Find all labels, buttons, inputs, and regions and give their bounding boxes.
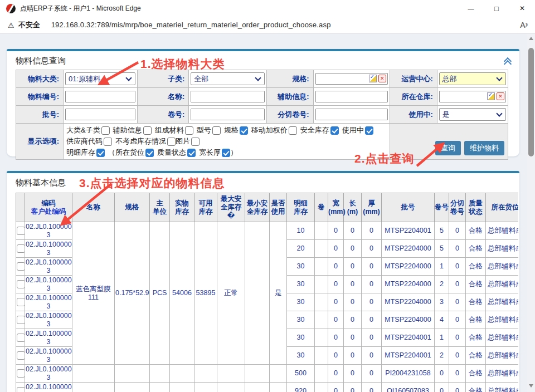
clear-icon[interactable] (378, 75, 386, 82)
maintain-material-button[interactable]: 维护物料 (464, 141, 504, 155)
query-form: 物料大类: 01:原辅料 子类: 全部 规格: 运营中心: 总部 物料编号: 名… (16, 70, 508, 160)
row-checkbox[interactable] (17, 244, 25, 253)
page-scrollbar[interactable] (527, 33, 535, 392)
minimize-button[interactable] (458, 0, 484, 17)
table-row[interactable]: 02.JL0.1000003 920000OI16050708300合格总部辅料… (16, 383, 519, 392)
material-spec: 0.175*52.9 (115, 222, 150, 365)
clear-icon[interactable] (497, 92, 504, 100)
roll-no-label: 卷号: (138, 106, 189, 124)
operation-center-label: 运营中心: (390, 70, 437, 88)
min-safe-stock (245, 222, 270, 365)
operation-center-select[interactable]: 总部 (439, 72, 506, 85)
table-row[interactable]: 02.JL0.1000003 蓝色离型膜111 0.175*52.9 PCS 5… (16, 222, 519, 240)
aux-info-input[interactable] (315, 91, 388, 102)
chevron-down-icon (496, 75, 502, 81)
collapse-panel-icon[interactable] (505, 58, 510, 64)
option-checkbox[interactable] (104, 138, 112, 146)
max-safe-stock: 正常 (217, 222, 245, 365)
chevron-down-icon (496, 110, 502, 116)
results-table: 编码客户处编码 名称 规格 主单位 实物库存 可用库存 最大安全库存� 最小安全… (16, 193, 518, 392)
scroll-up-icon[interactable] (529, 37, 533, 40)
chevron-down-icon (255, 75, 261, 81)
in-use-select[interactable]: 是 (439, 108, 506, 121)
option-checkbox[interactable] (222, 149, 230, 157)
row-checkbox[interactable] (17, 316, 25, 324)
material-no-input[interactable] (65, 91, 135, 102)
warning-triangle-icon (0, 20, 18, 30)
url-text[interactable]: 192.168.0.32:789/mis/mrp/boe_materiel_re… (51, 21, 331, 29)
annotation-step3: 3.点击选择对应的物料信息 (79, 175, 225, 191)
window-titlebar: 点晴ERP子系统 - 用户1 - Microsoft Edge (0, 0, 535, 17)
window-controls (458, 0, 535, 17)
annotation-step1: 1.选择物料大类 (140, 56, 225, 72)
roll-no-input[interactable] (191, 109, 265, 120)
subcategory-select[interactable]: 全部 (191, 72, 265, 85)
query-button[interactable]: 查询 (435, 141, 461, 155)
option-checkbox[interactable] (365, 126, 373, 135)
physical-stock: 54006 (170, 222, 194, 365)
read-aloud-icon[interactable]: A (520, 21, 527, 30)
option-checkbox[interactable] (145, 149, 154, 157)
scroll-down-icon[interactable] (529, 384, 533, 388)
in-use-flag: 是 (270, 222, 287, 365)
window-title: 点晴ERP子系统 - 用户1 - Microsoft Edge (20, 4, 141, 13)
option-checkbox[interactable] (187, 149, 196, 157)
in-use-label: 使用中: (390, 106, 437, 124)
material-category-label: 物料大类: (16, 70, 64, 88)
row-checkbox[interactable] (17, 280, 25, 288)
option-checkbox[interactable] (96, 149, 105, 157)
display-options: 大类&子类辅助信息组成材料型号规格移动加权价安全库存使用中供应商代码不考虑库存情… (64, 124, 390, 160)
split-roll-input[interactable] (315, 109, 388, 120)
table-row[interactable]: 02.JL0.1000003 500000PI200423105800合格总部辅… (16, 365, 519, 383)
query-panel-title: 物料信息查询 (16, 56, 66, 66)
scrollbar-thumb[interactable] (528, 48, 534, 156)
results-table-wrap: 编码客户处编码 名称 规格 主单位 实物库存 可用库存 最大安全库存� 最小安全… (16, 193, 518, 392)
row-checkbox[interactable] (17, 227, 25, 235)
maximize-button[interactable] (484, 0, 509, 17)
split-roll-label: 分切卷号: (267, 106, 313, 124)
material-name: 蓝色离型膜111 (72, 222, 115, 365)
batch-label: 批号: (16, 106, 64, 124)
row-checkbox[interactable] (17, 262, 25, 271)
option-checkbox[interactable] (240, 126, 248, 135)
address-bar[interactable]: 不安全 192.168.0.32:789/mis/mrp/boe_materie… (0, 17, 535, 33)
spec-label: 规格: (267, 70, 313, 88)
material-category-select[interactable]: 01:原辅料 (65, 72, 135, 85)
annotation-step2: 2.点击查询 (354, 151, 415, 166)
picker-icon[interactable] (369, 75, 377, 82)
option-checkbox[interactable] (212, 126, 221, 135)
row-checkbox[interactable] (17, 369, 25, 378)
aux-info-label: 辅助信息: (267, 88, 313, 106)
chevron-down-icon (126, 75, 132, 81)
results-panel-title: 物料基本信息 (16, 178, 66, 188)
app-favicon-icon (6, 4, 16, 13)
subcategory-label: 子类: (138, 70, 189, 88)
close-button[interactable] (509, 0, 535, 17)
row-checkbox[interactable] (17, 387, 25, 392)
option-checkbox[interactable] (191, 138, 200, 146)
customer-code-header: 客户处编码 (25, 208, 72, 216)
option-checkbox[interactable] (185, 126, 193, 135)
option-checkbox[interactable] (330, 126, 339, 135)
name-input[interactable] (191, 91, 265, 102)
name-label: 名称: (138, 88, 189, 106)
material-no-label: 物料编号: (16, 88, 64, 106)
results-panel: 物料基本信息 编码客户处编码 名称 规格 主单位 实物库存 可用库存 最大安全库… (7, 171, 519, 392)
picker-icon[interactable] (487, 92, 495, 100)
security-label: 不安全 (18, 20, 40, 30)
query-panel: 物料信息查询 物料大类: 01:原辅料 子类: 全部 规格: 运营中心: 总部 … (7, 49, 519, 156)
batch-input[interactable] (65, 109, 135, 120)
row-checkbox[interactable] (17, 298, 25, 306)
option-checkbox[interactable] (167, 138, 176, 146)
material-unit: PCS (150, 222, 170, 365)
available-stock: 53895 (194, 222, 217, 365)
row-checkbox[interactable] (17, 334, 25, 342)
option-checkbox[interactable] (289, 126, 297, 135)
display-options-label: 显示选项: (16, 124, 64, 160)
option-checkbox[interactable] (101, 126, 110, 135)
results-header-row: 编码客户处编码 名称 规格 主单位 实物库存 可用库存 最大安全库存� 最小安全… (16, 193, 519, 222)
option-checkbox[interactable] (143, 126, 152, 135)
page-viewport: 物料信息查询 物料大类: 01:原辅料 子类: 全部 规格: 运营中心: 总部 … (0, 33, 535, 392)
material-code: 02.JL0.1000003 (25, 222, 72, 240)
row-checkbox[interactable] (17, 351, 25, 360)
